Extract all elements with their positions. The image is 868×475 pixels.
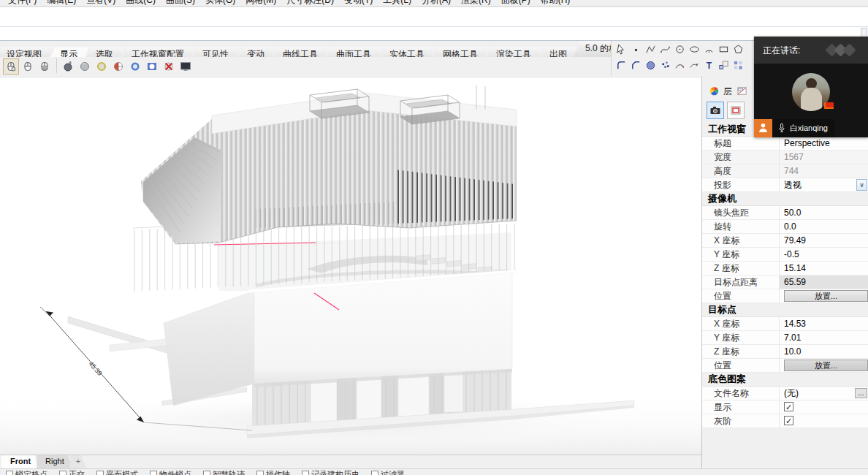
ellipse-icon[interactable]: [687, 42, 701, 57]
point-cloud-icon[interactable]: [658, 58, 672, 73]
zoom-view-mouse-icon[interactable]: [37, 58, 53, 75]
prop-label: 位置: [702, 359, 780, 372]
menu-item[interactable]: 曲线(C): [121, 0, 161, 7]
polyline-icon[interactable]: [643, 42, 658, 57]
command-area[interactable]: [0, 7, 868, 41]
prop-row-Y 座标: Y 座标-0.5: [702, 248, 868, 262]
status-toggle-锁定格点[interactable]: 锁定格点: [6, 469, 47, 475]
prop-value[interactable]: (无)...: [780, 387, 868, 400]
chevron-down-icon[interactable]: ∨: [856, 179, 867, 191]
menu-item[interactable]: 文件(F): [3, 0, 42, 7]
prop-row-位置: 位置放置...: [702, 359, 868, 373]
prop-label: X 座标: [702, 317, 780, 330]
menu-item[interactable]: 面板(P): [496, 0, 536, 7]
polygon-icon[interactable]: [731, 42, 745, 57]
menu-item[interactable]: 分析(A): [416, 0, 456, 7]
prop-value: ✓: [780, 414, 868, 428]
sphere-icon[interactable]: [643, 58, 658, 73]
prop-value[interactable]: 透视∨: [780, 178, 868, 191]
prop-label: X 座标: [702, 234, 780, 247]
checkbox[interactable]: ✓: [784, 416, 793, 425]
color-properties-tab-icon[interactable]: [707, 84, 721, 99]
menu-item[interactable]: 曲面(S): [161, 0, 200, 7]
prop-value[interactable]: 10.0: [780, 345, 868, 358]
blend-curve-icon[interactable]: [672, 58, 687, 73]
checkbox[interactable]: ✓: [784, 402, 793, 411]
fillet-icon[interactable]: [614, 58, 628, 73]
status-checkbox: [203, 471, 210, 475]
display-tab-icon[interactable]: [734, 84, 749, 99]
prop-label: 目标点距离: [702, 276, 780, 289]
menu-item[interactable]: 工具(L): [378, 0, 416, 7]
menu-item[interactable]: 实体(O): [200, 0, 240, 7]
circle-icon[interactable]: [672, 42, 687, 57]
status-toggle-记录建构历史[interactable]: 记录建构历史: [302, 469, 359, 475]
prop-value[interactable]: -0.5: [780, 248, 868, 261]
scale-icon[interactable]: [716, 58, 731, 73]
prop-value[interactable]: 7.01: [780, 331, 868, 344]
hide-objects-icon[interactable]: [161, 58, 177, 75]
control-curve-icon[interactable]: [658, 42, 672, 57]
prop-label: Z 座标: [702, 345, 780, 358]
meeting-header: 正在讲话:: [754, 37, 868, 64]
prop-value[interactable]: 79.49: [780, 234, 868, 247]
xray-mode-icon[interactable]: [127, 58, 143, 75]
rotate-view-mouse-icon[interactable]: [3, 58, 19, 75]
menu-bar: 文件(F)编辑(E)查看(V)曲线(C)曲面(S)实体(O)网格(M)尺寸标注(…: [0, 0, 868, 7]
menu-item[interactable]: 变动(T): [339, 0, 378, 7]
prop-row-文件名称: 文件名称(无)...: [702, 387, 868, 400]
layers-tab[interactable]: 层: [721, 84, 734, 99]
add-viewport-tab-button[interactable]: +: [70, 455, 86, 468]
prop-row-镜头焦距: 镜头焦距50.0: [702, 206, 868, 220]
prop-value: 放置...: [780, 289, 868, 303]
shaded-mode-icon[interactable]: [77, 58, 93, 75]
prop-row-高度: 高度744: [702, 164, 868, 178]
chamfer-icon[interactable]: [628, 58, 643, 73]
meeting-overlay-window[interactable]: 正在讲话: 白xianqing: [754, 37, 868, 137]
viewport-display-tab-icon[interactable]: [727, 102, 745, 119]
point-icon[interactable]: [628, 42, 643, 57]
pan-view-mouse-icon[interactable]: [20, 58, 36, 75]
wireframe-mode-icon[interactable]: [60, 58, 76, 75]
perspective-viewport[interactable]: 45.39: [0, 77, 701, 455]
menu-item[interactable]: 渲染(R): [456, 0, 496, 7]
status-checkbox: [371, 471, 378, 475]
prop-value[interactable]: 14.53: [780, 317, 868, 330]
prop-value[interactable]: 65.59: [780, 276, 868, 289]
rectangle-icon[interactable]: [716, 42, 731, 57]
menu-item[interactable]: 编辑(E): [42, 0, 81, 7]
rhino-window: 文件(F)编辑(E)查看(V)曲线(C)曲面(S)实体(O)网格(M)尺寸标注(…: [0, 0, 868, 475]
array-icon[interactable]: [731, 58, 745, 73]
place-button[interactable]: 放置...: [784, 360, 868, 371]
status-toggle-物件锁点[interactable]: 物件锁点: [150, 469, 191, 475]
viewport-tab-Right[interactable]: Right: [37, 455, 73, 468]
status-toggle-过滤器[interactable]: 过滤器: [371, 469, 405, 475]
text-icon[interactable]: T: [701, 58, 716, 73]
rendered-mode-icon[interactable]: [94, 58, 110, 75]
menu-item[interactable]: 尺寸标注(D): [281, 0, 339, 7]
arc-icon[interactable]: [701, 42, 716, 57]
technical-mode-icon[interactable]: [144, 58, 160, 75]
status-toggle-操作轴[interactable]: 操作轴: [256, 469, 290, 475]
status-toggle-智慧轨迹[interactable]: 智慧轨迹: [203, 469, 245, 475]
menu-item[interactable]: 帮助(H): [536, 0, 576, 7]
status-toggle-正交[interactable]: 正交: [59, 469, 85, 475]
status-toggle-平面模式[interactable]: 平面模式: [96, 469, 138, 475]
place-button[interactable]: 放置...: [784, 290, 868, 302]
prop-value[interactable]: Perspective: [780, 137, 868, 150]
select-arrow-icon[interactable]: [614, 42, 628, 57]
prop-label: 灰阶: [702, 414, 780, 428]
menu-item[interactable]: 查看(V): [81, 0, 121, 7]
prop-value[interactable]: 50.0: [780, 206, 868, 219]
ghosted-mode-icon[interactable]: [110, 58, 126, 75]
section-title-wallpaper: 底色图案: [702, 373, 868, 387]
extend-curve-icon[interactable]: [687, 58, 701, 73]
camera-properties-tab-icon[interactable]: [707, 102, 724, 119]
browse-button[interactable]: ...: [855, 388, 867, 398]
prop-label: Y 座标: [702, 248, 780, 261]
fullscreen-monitor-icon[interactable]: [178, 58, 194, 75]
menu-item[interactable]: 网格(M): [240, 0, 281, 7]
prop-value[interactable]: 15.14: [780, 262, 868, 275]
viewport-tab-Front[interactable]: Front: [1, 455, 39, 468]
prop-value[interactable]: 0.0: [780, 220, 868, 233]
